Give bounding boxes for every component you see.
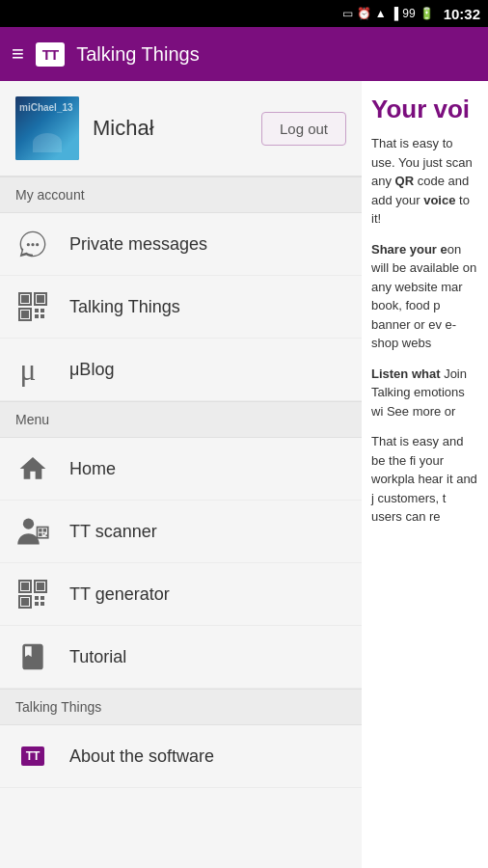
sidebar-item-tt-scanner[interactable]: TT scanner [0,501,362,563]
svg-rect-10 [41,309,44,312]
about-tt-icon: TT [15,739,50,773]
status-time: 10:32 [444,6,480,22]
battery-icon: 🔋 [420,7,434,20]
talking-things-section-header: Talking Things [0,689,362,725]
qr-code-icon [15,289,50,324]
username: Michał [93,116,154,141]
svg-rect-30 [41,602,44,606]
content-paragraph-2: Share your eon will be available on any … [371,240,478,353]
svg-point-1 [31,243,34,246]
sidebar-item-private-messages[interactable]: Private messages [0,213,362,276]
content-paragraph-4: That is easy and be the fi your workpla … [371,432,478,527]
home-label: Home [69,459,116,479]
svg-rect-26 [21,598,29,606]
tutorial-icon [15,639,50,674]
talking-things-account-label: Talking Things [69,297,180,317]
ublog-label: μBlog [69,360,114,380]
message-icon [15,227,50,261]
sidebar-item-tt-generator[interactable]: TT generator [0,563,362,626]
scanner-icon [15,514,50,549]
app-title: Talking Things [76,43,199,66]
signal-icon: ▐ [391,7,399,20]
toolbar: ≡ TT Talking Things [0,27,488,81]
status-bar: ▭ ⏰ ▲ ▐ 99 🔋 10:32 [0,0,488,27]
content-title: Your voi [371,95,478,124]
content-panel: Your voi That is easy to use. You just s… [362,81,488,868]
user-info: miChael_13 Michał [15,96,154,160]
content-paragraph-3: Listen what Join Talking emotions wi See… [371,365,478,421]
tt-scanner-label: TT scanner [69,522,157,542]
generator-icon [15,577,50,611]
svg-rect-24 [37,583,44,590]
sidebar-item-tutorial[interactable]: Tutorial [0,626,362,689]
sim-icon: ▭ [342,7,353,20]
svg-rect-29 [35,602,39,606]
mu-icon: μ [15,352,50,387]
svg-rect-16 [39,529,41,531]
avatar: miChael_13 [15,96,79,160]
sidebar-item-talking-things-account[interactable]: Talking Things [0,276,362,339]
tt-generator-label: TT generator [69,584,170,605]
private-messages-label: Private messages [69,234,207,255]
sidebar-item-home[interactable]: Home [0,438,362,501]
logout-button[interactable]: Log out [261,112,346,146]
status-icons: ▭ ⏰ ▲ ▐ 99 🔋 [342,7,434,20]
sidebar: miChael_13 Michał Log out My account Pri… [0,81,362,868]
svg-point-2 [36,243,39,246]
svg-point-14 [23,519,34,529]
svg-rect-12 [41,314,44,318]
menu-header: Menu [0,401,362,438]
sidebar-item-ublog[interactable]: μ μBlog [0,339,362,401]
my-account-header: My account [0,176,362,213]
svg-rect-8 [21,311,29,318]
user-section: miChael_13 Michał Log out [0,81,362,176]
menu-icon[interactable]: ≡ [12,41,24,67]
battery-level: 99 [402,7,415,20]
svg-rect-17 [43,529,46,531]
sidebar-item-about[interactable]: TT About the software [0,725,362,788]
svg-rect-18 [39,533,41,536]
app-logo: TT [36,42,65,67]
wifi-icon: ▲ [375,7,387,20]
tutorial-label: Tutorial [69,647,126,667]
svg-text:μ: μ [20,353,37,387]
svg-rect-6 [37,295,44,303]
avatar-text: miChael_13 [19,102,73,113]
svg-point-0 [27,243,30,246]
content-paragraph-1: That is easy to use. You just scan any Q… [371,134,478,229]
about-label: About the software [69,746,214,767]
svg-rect-22 [21,583,29,590]
svg-rect-4 [21,295,29,303]
svg-rect-27 [35,596,39,600]
svg-rect-9 [35,309,39,312]
home-icon [15,451,50,486]
alarm-icon: ⏰ [357,7,371,20]
svg-rect-28 [41,596,44,600]
main-content: miChael_13 Michał Log out My account Pri… [0,81,488,868]
svg-rect-20 [46,534,48,536]
svg-rect-11 [35,314,39,318]
svg-rect-19 [43,533,45,535]
